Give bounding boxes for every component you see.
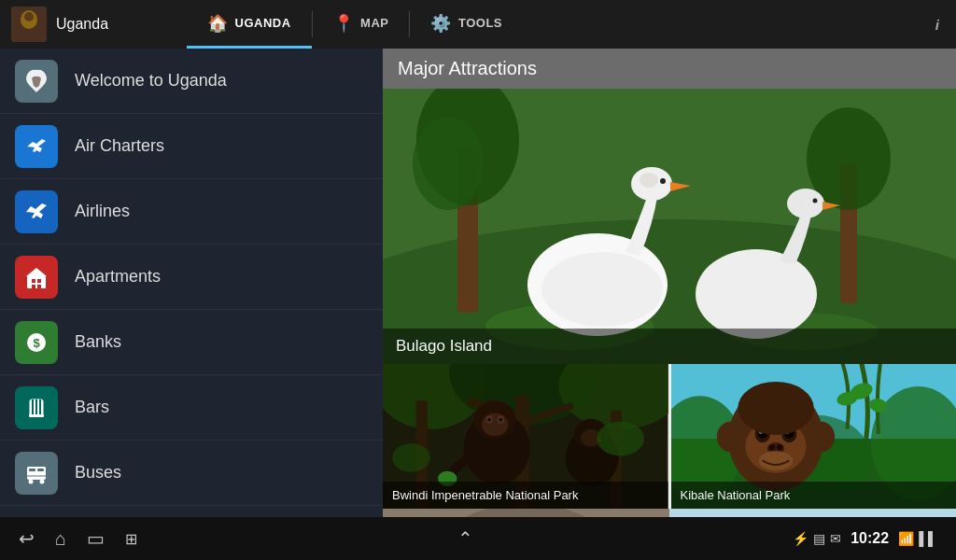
sidebar-item-banks-label: Banks <box>75 332 121 352</box>
sidebar-item-air-charters[interactable]: Air Charters <box>0 114 383 179</box>
sim-icon: ▤ <box>813 531 825 546</box>
svg-point-83 <box>777 444 782 450</box>
bottom-nav-left: ↩ ⌂ ▭ ⊞ <box>19 527 137 550</box>
svg-point-2 <box>24 12 34 21</box>
mail-icon: ✉ <box>830 531 841 546</box>
app-brand: Uganda <box>0 7 187 42</box>
tab-tools-label: TOOLS <box>458 16 502 30</box>
sidebar-item-banks[interactable]: $ Banks <box>0 310 383 375</box>
tab-map-label: MAP <box>360 16 388 30</box>
svg-rect-20 <box>37 469 44 471</box>
svg-point-82 <box>768 444 774 450</box>
svg-rect-15 <box>39 399 41 416</box>
air-charters-icon <box>15 125 58 168</box>
airlines-icon <box>15 190 58 233</box>
tab-map[interactable]: 📍 MAP <box>313 0 410 49</box>
bottom-nav-center: ⌃ <box>457 527 473 550</box>
sidebar-item-apartments-label: Apartments <box>75 267 161 287</box>
svg-point-35 <box>541 252 663 327</box>
svg-point-29 <box>413 117 484 210</box>
svg-point-22 <box>40 479 45 483</box>
collapse-icon[interactable]: ⌃ <box>457 527 473 550</box>
sidebar-item-bars-label: Bars <box>75 398 109 417</box>
grid-card-kibale[interactable]: Kibale National Park <box>671 364 957 509</box>
svg-marker-5 <box>26 268 47 276</box>
featured-card-bulago[interactable]: Bulago Island <box>383 89 956 364</box>
top-navigation: Uganda 🏠 UGANDA 📍 MAP ⚙️ TOOLS i <box>0 0 956 49</box>
bottom-bar: ↩ ⌂ ▭ ⊞ ⌃ ⚡ ▤ ✉ 10:22 📶 ▌▌ <box>0 517 956 560</box>
banks-icon: $ <box>15 321 58 364</box>
home-nav-icon[interactable]: ⌂ <box>55 528 66 550</box>
sidebar-item-welcome-label: Welcome to Uganda <box>75 71 227 91</box>
tab-uganda-label: UGANDA <box>235 16 291 30</box>
home-icon: 🏠 <box>207 13 229 34</box>
sidebar-item-buses-label: Buses <box>75 463 121 483</box>
svg-rect-8 <box>32 285 35 288</box>
section-title: Major Attractions <box>383 49 956 89</box>
status-time: 10:22 <box>851 530 889 547</box>
svg-rect-6 <box>32 279 35 283</box>
nav-tabs-container: 🏠 UGANDA 📍 MAP ⚙️ TOOLS <box>187 0 919 49</box>
svg-point-37 <box>660 178 666 184</box>
grid-card-kibale-label: Kibale National Park <box>671 482 957 509</box>
usb-icon: ⚡ <box>793 531 808 546</box>
brand-title: Uganda <box>56 16 108 33</box>
screenshot-icon[interactable]: ⊞ <box>125 530 137 548</box>
gear-icon: ⚙️ <box>430 13 452 34</box>
svg-point-40 <box>787 189 824 218</box>
featured-card-background <box>383 89 956 364</box>
wifi-icon: 📶 <box>898 531 914 546</box>
bottom-status: ⚡ ▤ ✉ 10:22 📶 ▌▌ <box>793 530 937 547</box>
sidebar-item-airlines-label: Airlines <box>75 202 130 221</box>
svg-rect-19 <box>29 469 35 471</box>
attractions-grid: Bwindi Impenetrable National Park <box>383 364 956 509</box>
svg-rect-13 <box>32 399 34 416</box>
svg-point-57 <box>499 418 502 422</box>
svg-rect-9 <box>37 285 41 288</box>
svg-point-86 <box>808 422 835 453</box>
svg-text:$: $ <box>33 336 40 350</box>
svg-rect-7 <box>37 279 41 283</box>
sidebar-item-buses[interactable]: Buses <box>0 441 383 506</box>
grid-card-bwindi[interactable]: Bwindi Impenetrable National Park <box>383 364 668 509</box>
sidebar: Welcome to Uganda Air Charters Airlines <box>0 49 383 517</box>
svg-point-39 <box>696 249 817 339</box>
info-button[interactable]: i <box>919 17 956 33</box>
signal-icon: ▌▌ <box>919 531 937 546</box>
back-icon[interactable]: ↩ <box>19 527 35 550</box>
svg-point-85 <box>716 422 743 453</box>
svg-point-63 <box>392 443 430 472</box>
bars-icon <box>15 386 58 429</box>
sidebar-item-bars[interactable]: Bars <box>0 375 383 441</box>
sidebar-item-airlines[interactable]: Airlines <box>0 179 383 245</box>
svg-point-53 <box>482 413 509 436</box>
svg-point-21 <box>29 479 34 483</box>
svg-rect-90 <box>669 509 956 517</box>
map-pin-icon: 📍 <box>333 13 355 34</box>
content-area: Major Attractions <box>383 49 956 517</box>
recents-icon[interactable]: ▭ <box>87 527 105 550</box>
tab-uganda[interactable]: 🏠 UGANDA <box>187 0 312 49</box>
svg-rect-16 <box>29 414 44 417</box>
svg-point-62 <box>597 422 644 456</box>
svg-point-38 <box>640 173 658 188</box>
main-area: Welcome to Uganda Air Charters Airlines <box>0 49 956 517</box>
sidebar-item-air-charters-label: Air Charters <box>75 136 164 156</box>
svg-point-56 <box>487 418 491 422</box>
sidebar-item-welcome[interactable]: Welcome to Uganda <box>0 49 383 114</box>
buses-icon <box>15 452 58 495</box>
sidebar-item-apartments[interactable]: Apartments <box>0 245 383 310</box>
welcome-icon <box>15 60 58 103</box>
status-icons: ⚡ ▤ ✉ <box>793 531 841 546</box>
grid-card-bwindi-label: Bwindi Impenetrable National Park <box>383 482 668 509</box>
svg-rect-14 <box>35 399 37 416</box>
svg-point-87 <box>738 382 813 435</box>
svg-point-41 <box>813 199 818 203</box>
brand-avatar <box>11 7 47 42</box>
connectivity-icons: 📶 ▌▌ <box>898 531 937 546</box>
apartments-icon <box>15 256 58 299</box>
svg-rect-4 <box>27 275 46 288</box>
tab-tools[interactable]: ⚙️ TOOLS <box>410 0 523 49</box>
featured-card-label: Bulago Island <box>383 329 956 364</box>
